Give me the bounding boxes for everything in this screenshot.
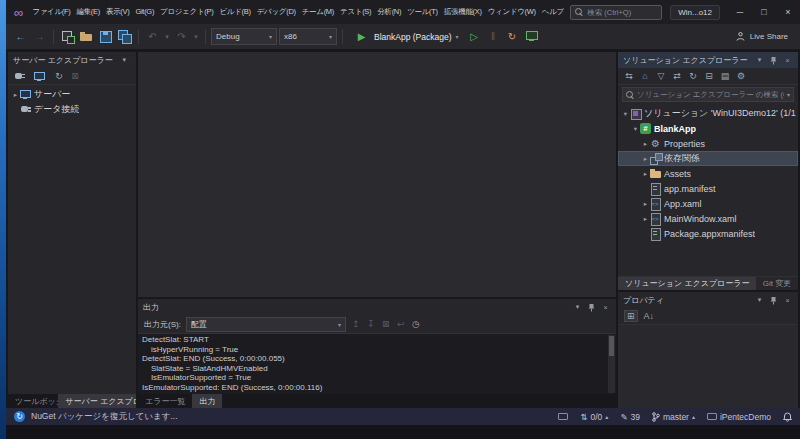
save-icon[interactable] bbox=[97, 28, 114, 46]
window-controls: ─ □ × bbox=[728, 0, 800, 24]
server-tree-item[interactable]: ▸サーバー bbox=[8, 87, 136, 102]
close-icon[interactable]: × bbox=[782, 55, 793, 66]
branch-icon bbox=[652, 412, 660, 422]
pin-icon[interactable] bbox=[586, 302, 597, 313]
repository-selector-button[interactable]: iPentecDemo bbox=[707, 412, 771, 422]
tree-item-label: App.xaml bbox=[664, 199, 702, 209]
server-tree-item[interactable]: データ接続 bbox=[8, 102, 136, 117]
hot-reload-icon[interactable]: ↻ bbox=[504, 28, 521, 46]
solution-configuration-dropdown[interactable]: Debug ▾ bbox=[211, 28, 277, 45]
menubar-item[interactable]: プロジェクト(P) bbox=[157, 0, 216, 24]
solution-tree-item[interactable]: app.manifest bbox=[618, 181, 798, 196]
minimize-button[interactable]: ─ bbox=[728, 0, 752, 24]
close-button[interactable]: × bbox=[776, 0, 800, 24]
solution-tree-item[interactable]: ▸MainWindow.xaml bbox=[618, 211, 798, 226]
menubar-item[interactable]: ヘルプ(H) bbox=[539, 0, 564, 24]
xaml-icon bbox=[650, 198, 661, 209]
categorized-icon[interactable]: ⊞ bbox=[624, 310, 638, 322]
expander-icon[interactable]: ▸ bbox=[11, 91, 20, 99]
solution-tree-item[interactable]: ▸App.xaml bbox=[618, 196, 798, 211]
tree-item-label: ソリューション 'WinUI3Demo12' (1/1 のプロジェクト) bbox=[644, 107, 798, 120]
bottom-panel-tab[interactable]: 出力 bbox=[192, 394, 222, 408]
branch-selector-button[interactable]: master ▴ bbox=[652, 412, 695, 422]
pin-icon[interactable] bbox=[768, 55, 779, 66]
live-share-button[interactable]: Live Share bbox=[729, 31, 794, 42]
notifications-button[interactable] bbox=[783, 412, 792, 422]
solution-tree-item[interactable]: ▾ソリューション 'WinUI3Demo12' (1/1 のプロジェクト) bbox=[618, 106, 798, 121]
pin-icon[interactable] bbox=[133, 55, 136, 66]
pause-icon: ‖ bbox=[485, 28, 502, 46]
window-position-icon[interactable]: ▾ bbox=[119, 55, 130, 66]
device-target-icon[interactable] bbox=[523, 28, 540, 46]
pin-icon[interactable] bbox=[768, 295, 779, 306]
filter-icon[interactable]: ▽ bbox=[656, 71, 666, 81]
right-panel-tab[interactable]: ソリューション エクスプローラー bbox=[618, 277, 756, 290]
solution-tree-item[interactable]: Package.appxmanifest bbox=[618, 226, 798, 241]
tree-item-label: app.manifest bbox=[664, 184, 716, 194]
open-file-icon[interactable] bbox=[78, 28, 95, 46]
solution-tree-item[interactable]: ▸依存関係 bbox=[618, 151, 798, 166]
bottom-panel-tab[interactable]: エラー一覧 bbox=[138, 394, 192, 408]
menubar-item[interactable]: ツール(T) bbox=[404, 0, 441, 24]
solution-search-input[interactable] bbox=[637, 90, 784, 99]
menubar-item[interactable]: デバッグ(D) bbox=[254, 0, 299, 24]
navigate-back-icon[interactable]: ← bbox=[12, 28, 29, 46]
git-sync-button[interactable]: ⇅ 0/0 ▴ bbox=[580, 412, 608, 422]
menubar-item[interactable]: 表示(V) bbox=[103, 0, 133, 24]
sync-with-active-document-icon[interactable]: ⇄ bbox=[672, 71, 682, 81]
show-all-files-icon[interactable]: ▤ bbox=[720, 71, 730, 81]
expander-icon[interactable]: ▸ bbox=[641, 170, 650, 178]
menubar-item[interactable]: Git(G) bbox=[132, 0, 157, 24]
connect-to-database-icon[interactable] bbox=[14, 71, 28, 82]
start-without-debugging-icon[interactable]: ▷ bbox=[466, 28, 483, 46]
window-position-icon[interactable]: ▾ bbox=[754, 295, 765, 306]
expander-icon[interactable]: ▾ bbox=[621, 110, 630, 118]
alphabetical-icon[interactable]: A↓ bbox=[644, 311, 655, 321]
expander-icon[interactable]: ▸ bbox=[641, 200, 650, 208]
save-all-icon[interactable] bbox=[116, 28, 133, 46]
properties-icon[interactable]: ⚙ bbox=[736, 71, 746, 81]
refresh-icon[interactable]: ↻ bbox=[688, 71, 698, 81]
menubar-item[interactable]: 分析(N) bbox=[374, 0, 404, 24]
background-tasks-icon[interactable] bbox=[558, 413, 568, 420]
solution-platform-dropdown[interactable]: x86 ▾ bbox=[279, 28, 337, 45]
maximize-button[interactable]: □ bbox=[752, 0, 776, 24]
search-input[interactable] bbox=[587, 8, 657, 17]
pending-changes-button[interactable]: ✎ 39 bbox=[620, 412, 640, 422]
menubar-item[interactable]: 編集(E) bbox=[73, 0, 103, 24]
output-source-dropdown[interactable]: 配置 ▾ bbox=[186, 317, 346, 332]
menubar-item[interactable]: テスト(S) bbox=[337, 0, 374, 24]
start-debugging-button[interactable]: ▶ BlankApp (Package) ▾ bbox=[348, 28, 464, 46]
expander-icon[interactable]: ▸ bbox=[641, 155, 650, 163]
output-scrollbar[interactable] bbox=[608, 335, 615, 393]
tool-window-tab[interactable]: ツールボックス bbox=[8, 394, 58, 408]
switch-views-icon[interactable]: ⇆ bbox=[624, 71, 634, 81]
solution-tree-item[interactable]: ▸Assets bbox=[618, 166, 798, 181]
menubar-item[interactable]: ウィンドウ(W) bbox=[485, 0, 539, 24]
solution-tree-item[interactable]: ▸⚙Properties bbox=[618, 136, 798, 151]
menubar-item[interactable]: ファイル(F) bbox=[29, 0, 73, 24]
refresh-icon[interactable]: ↻ bbox=[54, 71, 64, 81]
title-bar: ∞ ファイル(F)編集(E)表示(V)Git(G)プロジェクト(P)ビルド(B)… bbox=[6, 0, 800, 24]
collapse-all-icon[interactable]: ⊟ bbox=[704, 71, 714, 81]
close-icon[interactable]: × bbox=[600, 302, 611, 313]
menubar-item[interactable]: 拡張機能(X) bbox=[441, 0, 485, 24]
tool-window-tab[interactable]: サーバー エクスプローラー bbox=[58, 394, 136, 408]
menubar-item[interactable]: チーム(M) bbox=[299, 0, 337, 24]
window-position-icon[interactable]: ▾ bbox=[754, 55, 765, 66]
scrollbar-thumb[interactable] bbox=[609, 336, 614, 356]
expander-icon[interactable]: ▸ bbox=[641, 215, 650, 223]
autoscroll-icon[interactable]: ◷ bbox=[411, 319, 421, 329]
window-position-icon[interactable]: ▾ bbox=[572, 302, 583, 313]
right-panel-tab[interactable]: Git 変更 bbox=[756, 277, 798, 290]
solution-search-box[interactable]: ▾ bbox=[622, 87, 794, 102]
expander-icon[interactable]: ▸ bbox=[641, 140, 650, 148]
solution-tree-item[interactable]: ▾#BlankApp bbox=[618, 121, 798, 136]
home-icon[interactable]: ⌂ bbox=[640, 71, 650, 81]
expander-icon[interactable]: ▾ bbox=[631, 125, 640, 133]
close-icon[interactable]: × bbox=[782, 295, 793, 306]
connect-to-server-icon[interactable] bbox=[34, 71, 48, 82]
new-project-icon[interactable] bbox=[59, 28, 76, 46]
quick-search-box[interactable] bbox=[570, 5, 662, 20]
menubar-item[interactable]: ビルド(B) bbox=[216, 0, 253, 24]
